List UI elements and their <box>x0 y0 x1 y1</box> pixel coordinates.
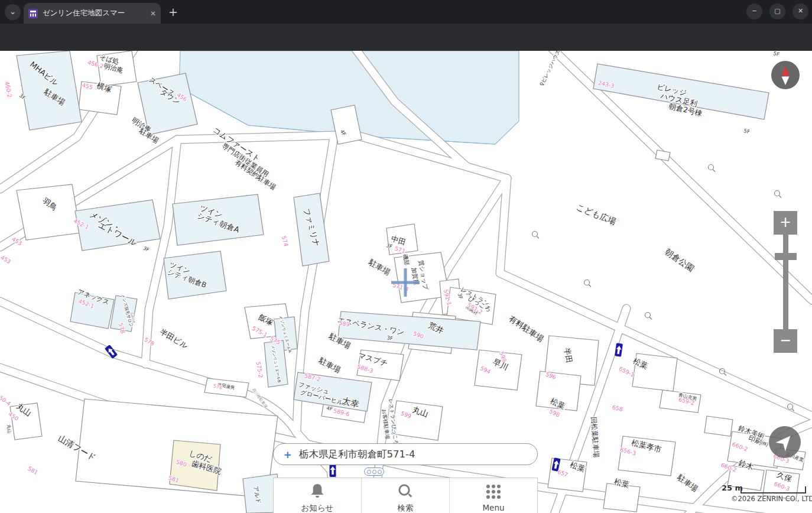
address-search-box[interactable]: ＋ 栃木県足利市朝倉町571-4 <box>273 443 538 465</box>
bell-icon <box>307 482 327 501</box>
map-label: 575-2 <box>255 361 265 378</box>
current-location-button[interactable] <box>769 426 801 458</box>
tab-title: ゼンリン住宅地図スマー <box>43 8 147 18</box>
map-label: 5F <box>773 51 781 57</box>
window-minimize-button[interactable]: ─ <box>746 4 762 20</box>
magnifier-icon <box>395 482 415 501</box>
zoom-in-button[interactable]: + <box>774 211 797 235</box>
search-button[interactable]: 検索 <box>362 478 450 513</box>
tree-icon <box>709 165 714 170</box>
map-label: 半田ビル <box>158 327 190 350</box>
map-label: 658 <box>612 404 623 413</box>
map-label: 有料駐車場 <box>507 313 545 343</box>
tree-icon <box>532 232 538 237</box>
drawer-handle[interactable] <box>364 467 384 476</box>
map-label: 598 <box>548 408 561 418</box>
tab-search-icon[interactable]: ⌄ <box>5 4 21 20</box>
dots-grid-icon <box>483 482 504 501</box>
new-tab-button[interactable]: + <box>167 5 180 18</box>
map-label: 450-4 <box>0 392 12 407</box>
add-plus-icon[interactable]: ＋ <box>282 447 293 462</box>
browser-tab[interactable]: ゼンリン住宅地図スマー ✕ <box>24 3 161 24</box>
menu-label: Menu <box>482 503 504 512</box>
browser-tab-strip: ⌄ ゼンリン住宅地図スマー ✕ + ─ ▢ ✕ <box>0 0 812 24</box>
window-maximize-button[interactable]: ▢ <box>769 4 785 20</box>
map-label: 574 <box>281 235 290 247</box>
zoom-out-button[interactable]: − <box>774 329 797 353</box>
map-label: こども広場 <box>575 202 618 226</box>
map-label: 5F <box>743 128 751 135</box>
zoom-slider-track[interactable] <box>783 234 788 330</box>
scale-bar <box>740 486 806 493</box>
map-label: ♀ビレッジハウス <box>538 51 561 87</box>
map-label: 460-2 <box>4 81 14 98</box>
window-close-button[interactable]: ✕ <box>792 4 808 20</box>
map-label: 朝倉公園 <box>663 246 696 274</box>
tree-icon <box>775 191 780 196</box>
scale-label: 25 m <box>722 483 743 492</box>
navigation-arrow-icon <box>769 426 801 458</box>
menu-button[interactable]: Menu <box>450 478 537 513</box>
map-label: 駐車場 <box>317 356 342 375</box>
tab-close-icon[interactable]: ✕ <box>150 9 156 18</box>
map-label: 駐車場 <box>368 258 392 277</box>
map-label: 659-1 <box>618 365 636 378</box>
oneway-arrow-icon <box>330 464 336 477</box>
map-label: 回松葉駐車場 <box>590 417 601 458</box>
compass-button[interactable] <box>771 61 800 89</box>
notifications-button[interactable]: お知らせ <box>274 478 362 513</box>
browser-toolbar: ← → ⟳ app.zip-site.com/smt/app/map.htm ☆… <box>0 24 812 51</box>
tree-icon <box>645 313 651 318</box>
map-label: 453 <box>0 254 12 265</box>
tree-icon <box>584 280 590 285</box>
map-label: 3F <box>142 245 150 254</box>
zoom-slider-handle[interactable] <box>775 253 797 260</box>
compass-needle-icon <box>771 61 800 89</box>
map-label: 581 <box>27 465 39 476</box>
search-label: 検索 <box>398 503 414 513</box>
copyright-notice: ©2026 ZENRIN CO., LTD. <box>731 495 812 503</box>
notifications-label: お知らせ <box>301 503 334 513</box>
search-address-value: 栃木県足利市朝倉町571-4 <box>299 448 415 461</box>
map-label: 丸山 <box>6 424 12 434</box>
map-label: 3F <box>386 335 394 342</box>
bottom-toolbar: お知らせ 検索 Menu <box>273 478 538 513</box>
zenrin-favicon-icon <box>28 9 38 18</box>
map-label: 駐車場 <box>675 473 699 493</box>
